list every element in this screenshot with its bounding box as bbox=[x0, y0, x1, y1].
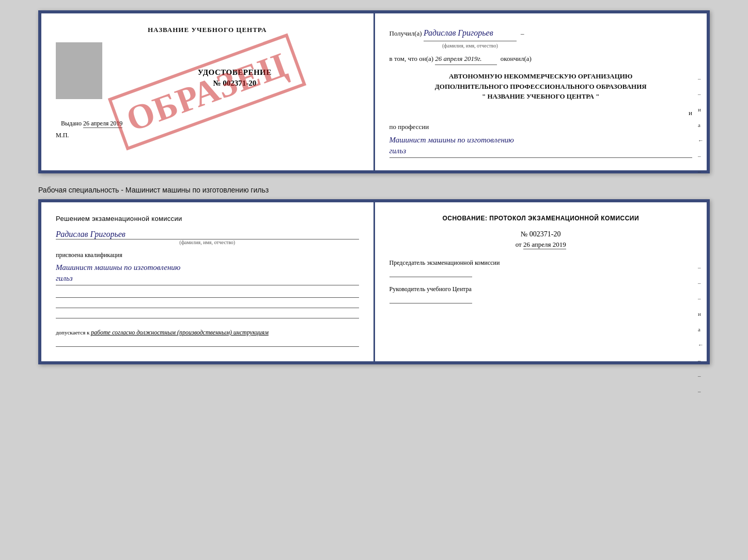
profession-value: Машинист машины по изготовлению bbox=[389, 135, 693, 146]
by-profession-container: по профессии bbox=[389, 121, 693, 133]
side-mark-arrow: ← bbox=[698, 137, 704, 143]
side-mark-а: а bbox=[698, 122, 704, 128]
org-line1: АВТОНОМНУЮ НЕКОММЕРЧЕСКУЮ ОРГАНИЗАЦИЮ bbox=[389, 71, 693, 82]
side-mark-4: – bbox=[698, 168, 704, 174]
issued-label: Выдано bbox=[61, 120, 82, 127]
issued-date: 26 апреля 2019 bbox=[83, 120, 122, 128]
side2-mark-1: – bbox=[698, 264, 704, 270]
blank-line-3 bbox=[56, 310, 359, 318]
assigned-label: присвоена квалификация bbox=[56, 251, 359, 259]
protocol-number: № 002371-20 bbox=[389, 230, 693, 238]
director-sign-line bbox=[389, 295, 472, 303]
received-label: Получил(а) bbox=[389, 27, 422, 39]
org-quotes-close: " bbox=[596, 92, 599, 100]
cert-issued: Выдано 26 апреля 2019 bbox=[61, 120, 359, 127]
profession-value2: гильз bbox=[389, 146, 693, 158]
blank-line-1 bbox=[56, 290, 359, 298]
dash: – bbox=[521, 27, 524, 39]
photo-placeholder bbox=[56, 42, 102, 99]
and-label: и bbox=[689, 109, 692, 117]
side2-mark-2: – bbox=[698, 280, 704, 286]
side-mark-2: – bbox=[698, 91, 704, 97]
protocol-date: 26 апреля 2019 bbox=[523, 241, 566, 249]
side-mark-1: – bbox=[698, 75, 704, 82]
side-mark-3: – bbox=[698, 153, 704, 159]
certificate-book-1: НАЗВАНИЕ УЧЕБНОГО ЦЕНТРА УДОСТОВЕРЕНИЕ №… bbox=[38, 10, 710, 173]
received-sublabel: (фамилия, имя, отчество) bbox=[442, 41, 498, 51]
dopusk-container: допускается к работе согласно должностны… bbox=[56, 329, 359, 337]
and-label-container: и bbox=[389, 107, 693, 119]
book1-left-page: НАЗВАНИЕ УЧЕБНОГО ЦЕНТРА УДОСТОВЕРЕНИЕ №… bbox=[41, 13, 375, 170]
book2-left-page: Решением экзаменационной комиссии Радисл… bbox=[41, 202, 375, 361]
certificate-book-2: Решением экзаменационной комиссии Радисл… bbox=[38, 199, 710, 364]
director-label: Руководитель учебного Центра bbox=[389, 285, 693, 293]
profession-value-container: Машинист машины по изготовлению гильз bbox=[389, 135, 693, 158]
right2-side-marks: – – – и а ← – – – bbox=[698, 264, 704, 394]
qualification-value: Машинист машины по изготовлению bbox=[56, 262, 359, 273]
book2-right-page: Основание: протокол экзаменационной коми… bbox=[375, 202, 707, 361]
book1-right-content: Получил(а) Радислав Григорьев (фамилия, … bbox=[389, 26, 693, 158]
org-name: НАЗВАНИЕ УЧЕБНОГО ЦЕНТРА bbox=[487, 92, 594, 100]
org-quotes-open: " bbox=[482, 92, 486, 100]
mp-label: М.П. bbox=[56, 132, 359, 139]
qualification-value2: гильз bbox=[56, 273, 359, 285]
book1-institution-name: НАЗВАНИЕ УЧЕБНОГО ЦЕНТРА bbox=[56, 26, 359, 34]
book1-right-page: Получил(а) Радислав Григорьев (фамилия, … bbox=[375, 13, 707, 170]
book2-name-sublabel: (фамилия, имя, отчество) bbox=[56, 239, 359, 245]
side-mark-и: и bbox=[698, 106, 704, 113]
subtitle-line: Рабочая специальность - Машинист машины … bbox=[38, 186, 710, 194]
blank-line-2 bbox=[56, 300, 359, 308]
side2-mark-3: – bbox=[698, 295, 704, 301]
decision-label: Решением экзаменационной комиссии bbox=[56, 215, 359, 222]
side2-mark-arrow: ← bbox=[698, 342, 704, 348]
finished-label: окончил(а) bbox=[501, 53, 532, 65]
chairman-sign-line bbox=[389, 269, 472, 277]
side2-mark-а: а bbox=[698, 326, 704, 332]
side2-mark-5: – bbox=[698, 373, 704, 379]
basis-label: Основание: протокол экзаменационной коми… bbox=[389, 215, 693, 222]
received-line: Получил(а) Радислав Григорьев (фамилия, … bbox=[389, 26, 693, 51]
cert-number: № 002371-20 bbox=[111, 79, 359, 88]
chairman-block: Председатель экзаменационной комиссии bbox=[389, 259, 693, 277]
qualification-container: Машинист машины по изготовлению гильз bbox=[56, 262, 359, 285]
in-that-date: 26 апреля 2019г. bbox=[435, 53, 497, 65]
protocol-date-container: от 26 апреля 2019 bbox=[389, 241, 693, 249]
dopusk-label: допускается к bbox=[56, 329, 89, 335]
chairman-label: Председатель экзаменационной комиссии bbox=[389, 259, 693, 267]
cert-title: УДОСТОВЕРЕНИЕ bbox=[111, 68, 359, 77]
in-that-line: в том, что он(а) 26 апреля 2019г. окончи… bbox=[389, 53, 693, 65]
side2-mark-6: – bbox=[698, 388, 704, 394]
protocol-date-prefix: от bbox=[516, 241, 522, 248]
side2-mark-4: – bbox=[698, 357, 704, 363]
org-block: АВТОНОМНУЮ НЕКОММЕРЧЕСКУЮ ОРГАНИЗАЦИЮ ДО… bbox=[389, 71, 693, 102]
org-line2: ДОПОЛНИТЕЛЬНОГО ПРОФЕССИОНАЛЬНОГО ОБРАЗО… bbox=[389, 82, 693, 92]
dopusk-value: работе согласно должностным (производств… bbox=[91, 329, 269, 336]
book2-name-value: Радислав Григорьев bbox=[56, 230, 359, 239]
right-side-marks: – – и а ← – – bbox=[698, 75, 704, 174]
org-name-line: " НАЗВАНИЕ УЧЕБНОГО ЦЕНТРА " bbox=[389, 91, 693, 102]
in-that-label: в том, что он(а) bbox=[389, 53, 434, 65]
director-block: Руководитель учебного Центра bbox=[389, 285, 693, 303]
received-value: Радислав Григорьев bbox=[424, 26, 517, 41]
by-profession-label: по профессии bbox=[389, 123, 429, 131]
blank-line-4 bbox=[56, 339, 359, 347]
side2-mark-и: и bbox=[698, 311, 704, 317]
